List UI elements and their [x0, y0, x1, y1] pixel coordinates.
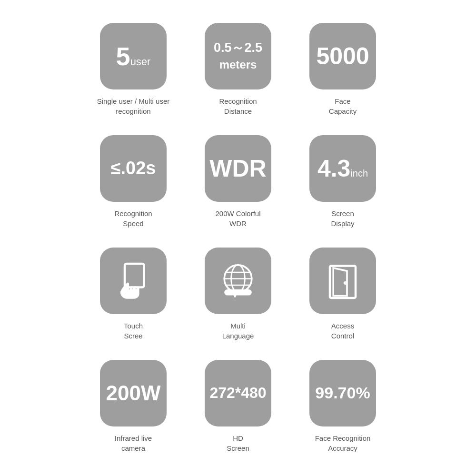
icon-face-accuracy: 99.70% — [309, 360, 376, 426]
feature-recognition-speed: ≤.02s RecognitionSpeed — [95, 135, 171, 228]
feature-face-accuracy: 99.70% Face RecognitionAccuracy — [305, 360, 381, 453]
feature-wdr: WDR 200W ColorfulWDR — [200, 135, 276, 228]
icon-access-control — [309, 248, 376, 314]
label-touch-screen: TouchScree — [124, 321, 143, 341]
label-multi-language: MultiLanguage — [222, 321, 254, 341]
icon-infrared-camera: 200W — [100, 360, 167, 426]
label-recognition-distance: RecognitionDistance — [219, 96, 257, 116]
feature-recognition-distance: 0.5～2.5meters RecognitionDistance — [200, 23, 276, 116]
icon-hd-screen: 272*480 — [205, 360, 271, 426]
icon-screen-display: 4.3inch — [309, 135, 376, 202]
feature-access-control: AccessControl — [305, 248, 381, 341]
multi-language-svg — [217, 259, 259, 302]
icon-multi-language — [205, 248, 271, 314]
icon-wdr: WDR — [205, 135, 271, 202]
icon-recognition-speed: ≤.02s — [100, 135, 167, 202]
feature-screen-display: 4.3inch ScreenDisplay — [305, 135, 381, 228]
label-face-capacity: FaceCapacity — [329, 96, 357, 116]
label-wdr: 200W ColorfulWDR — [215, 208, 260, 228]
feature-touch-screen: TouchScree — [95, 248, 171, 341]
features-grid: 5user Single user / Multi user recogniti… — [76, 4, 400, 472]
label-access-control: AccessControl — [331, 321, 354, 341]
label-infrared-camera: Infrared livecamera — [115, 433, 152, 453]
label-hd-screen: HDScreen — [227, 433, 249, 453]
access-control-svg — [321, 259, 364, 302]
label-face-accuracy: Face RecognitionAccuracy — [315, 433, 371, 453]
icon-single-user: 5user — [100, 23, 167, 89]
label-recognition-speed: RecognitionSpeed — [114, 208, 152, 228]
label-screen-display: ScreenDisplay — [331, 208, 354, 228]
feature-hd-screen: 272*480 HDScreen — [200, 360, 276, 453]
svg-point-8 — [344, 281, 347, 285]
feature-face-capacity: 5000 FaceCapacity — [305, 23, 381, 116]
icon-recognition-distance: 0.5～2.5meters — [205, 23, 271, 89]
icon-touch-screen — [100, 248, 167, 314]
feature-multi-language: MultiLanguage — [200, 248, 276, 341]
svg-rect-6 — [224, 289, 252, 296]
icon-face-capacity: 5000 — [309, 23, 376, 89]
label-single-user: Single user / Multi user recognition — [95, 96, 171, 116]
feature-infrared-camera: 200W Infrared livecamera — [95, 360, 171, 453]
feature-single-user: 5user Single user / Multi user recogniti… — [95, 23, 171, 116]
touch-screen-svg — [112, 259, 155, 302]
